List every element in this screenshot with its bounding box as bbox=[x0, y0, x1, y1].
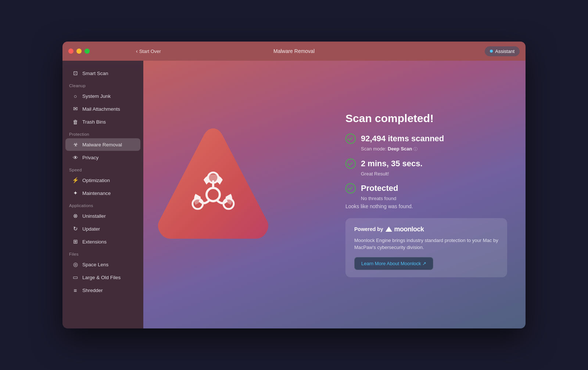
traffic-lights bbox=[68, 49, 90, 54]
moonlock-logo-icon bbox=[386, 227, 392, 232]
malware-icon: ☣ bbox=[72, 141, 79, 148]
sidebar-item-optimization[interactable]: ⚡ Optimization bbox=[65, 174, 140, 186]
smart-scan-label: Smart Scan bbox=[82, 71, 108, 76]
moonlock-logo-text: moonlock bbox=[394, 225, 424, 233]
svg-point-3 bbox=[223, 199, 234, 209]
sidebar-item-trash-bins[interactable]: 🗑 Trash Bins bbox=[65, 115, 140, 128]
main-content: ⊡ Smart Scan Cleanup ○ System Junk ✉ Mai… bbox=[62, 61, 526, 328]
assistant-area: Assistant bbox=[485, 46, 520, 56]
protected-row: Protected bbox=[345, 183, 507, 193]
trash-bins-label: Trash Bins bbox=[82, 119, 106, 125]
time-taken-text: 2 mins, 35 secs. bbox=[361, 159, 423, 168]
great-result-text: Great Result! bbox=[361, 171, 507, 177]
maintenance-icon: ✦ bbox=[72, 190, 79, 196]
trash-icon: 🗑 bbox=[72, 118, 79, 125]
scan-completed-title: Scan completed! bbox=[345, 112, 507, 125]
items-scanned-check-icon bbox=[345, 134, 356, 144]
sidebar-item-large-old-files[interactable]: ▭ Large & Old Files bbox=[65, 271, 140, 284]
close-button[interactable] bbox=[68, 49, 74, 54]
start-over-button[interactable]: ‹ Start Over bbox=[136, 48, 161, 54]
assistant-dot-icon bbox=[490, 50, 493, 53]
space-lens-label: Space Lens bbox=[82, 262, 108, 267]
no-threats-text: No threats found bbox=[361, 196, 507, 201]
start-over-label: Start Over bbox=[139, 49, 161, 54]
shredder-icon: ≡ bbox=[72, 287, 79, 293]
sidebar-item-smart-scan[interactable]: ⊡ Smart Scan bbox=[65, 67, 140, 79]
sidebar-item-mail-attachments[interactable]: ✉ Mail Attachments bbox=[65, 103, 140, 115]
system-junk-label: System Junk bbox=[82, 93, 111, 99]
sidebar-item-privacy[interactable]: 👁 Privacy bbox=[65, 151, 140, 164]
maximize-button[interactable] bbox=[85, 49, 90, 54]
extensions-label: Extensions bbox=[82, 239, 107, 245]
minimize-button[interactable] bbox=[76, 49, 82, 54]
biohazard-illustration bbox=[154, 117, 272, 272]
updater-label: Updater bbox=[82, 226, 100, 232]
scan-mode-text: Scan mode: Deep Scan ⓘ bbox=[361, 146, 507, 152]
items-scanned-row: 92,494 items scanned bbox=[345, 134, 507, 144]
shredder-label: Shredder bbox=[82, 288, 103, 293]
privacy-icon: 👁 bbox=[72, 154, 79, 161]
large-old-files-label: Large & Old Files bbox=[82, 275, 121, 280]
scan-mode-label: Scan mode: bbox=[361, 146, 386, 152]
svg-point-2 bbox=[193, 199, 203, 209]
title-bar: ‹ Start Over Malware Removal Assistant bbox=[62, 42, 526, 61]
info-icon: ⓘ bbox=[413, 147, 417, 151]
uninstaller-icon: ⊗ bbox=[72, 213, 79, 219]
extensions-icon: ⊞ bbox=[72, 238, 79, 245]
window-title: Malware Removal bbox=[273, 48, 315, 54]
sidebar-item-system-junk[interactable]: ○ System Junk bbox=[65, 90, 140, 102]
protection-section-label: Protection bbox=[62, 128, 143, 138]
optimization-icon: ⚡ bbox=[72, 177, 79, 184]
sidebar-item-uninstaller[interactable]: ⊗ Uninstaller bbox=[65, 210, 140, 222]
looks-like-text: Looks like nothing was found. bbox=[345, 203, 507, 209]
optimization-label: Optimization bbox=[82, 178, 110, 183]
items-scanned-text: 92,494 items scanned bbox=[361, 134, 444, 143]
sidebar-item-shredder[interactable]: ≡ Shredder bbox=[65, 284, 140, 296]
moonlock-description: Moonlock Engine brings industry standard… bbox=[354, 237, 498, 251]
space-lens-icon: ◎ bbox=[72, 261, 79, 268]
protected-check-icon bbox=[345, 183, 356, 193]
sidebar: ⊡ Smart Scan Cleanup ○ System Junk ✉ Mai… bbox=[62, 61, 143, 328]
maintenance-label: Maintenance bbox=[82, 191, 111, 196]
results-panel: Scan completed! 92,494 items scanned Sca… bbox=[334, 97, 526, 292]
back-chevron-icon: ‹ bbox=[136, 48, 138, 54]
mail-icon: ✉ bbox=[72, 106, 79, 112]
speed-section-label: Speed bbox=[62, 164, 143, 174]
files-section-label: Files bbox=[62, 248, 143, 258]
moonlock-powered-row: Powered by moonlock bbox=[354, 225, 498, 233]
mail-attachments-label: Mail Attachments bbox=[82, 106, 120, 112]
app-window: ‹ Start Over Malware Removal Assistant ⊡… bbox=[62, 42, 526, 328]
privacy-label: Privacy bbox=[82, 155, 98, 160]
sidebar-item-space-lens[interactable]: ◎ Space Lens bbox=[65, 258, 140, 271]
system-junk-icon: ○ bbox=[72, 93, 79, 99]
cleanup-section-label: Cleanup bbox=[62, 80, 143, 89]
learn-more-button[interactable]: Learn More About Moonlock ↗ bbox=[354, 257, 433, 270]
svg-marker-4 bbox=[386, 227, 392, 232]
time-check-icon bbox=[345, 159, 356, 169]
smart-scan-icon: ⊡ bbox=[72, 70, 79, 77]
sidebar-item-malware-removal[interactable]: ☣ Malware Removal bbox=[65, 138, 140, 151]
large-files-icon: ▭ bbox=[72, 274, 79, 281]
sidebar-item-updater[interactable]: ↻ Updater bbox=[65, 223, 140, 235]
uninstaller-label: Uninstaller bbox=[82, 213, 106, 219]
applications-section-label: Applications bbox=[62, 200, 143, 209]
svg-point-0 bbox=[207, 188, 220, 201]
assistant-button[interactable]: Assistant bbox=[485, 46, 520, 56]
sidebar-item-maintenance[interactable]: ✦ Maintenance bbox=[65, 187, 140, 199]
powered-by-label: Powered by bbox=[354, 226, 383, 232]
malware-removal-label: Malware Removal bbox=[82, 142, 122, 147]
time-taken-row: 2 mins, 35 secs. bbox=[345, 159, 507, 169]
moonlock-card: Powered by moonlock Moonlock Engine brin… bbox=[345, 218, 507, 277]
assistant-label: Assistant bbox=[495, 49, 514, 54]
protected-text: Protected bbox=[361, 184, 398, 193]
scan-mode-value: Deep Scan bbox=[388, 146, 412, 152]
updater-icon: ↻ bbox=[72, 225, 79, 232]
sidebar-item-extensions[interactable]: ⊞ Extensions bbox=[65, 235, 140, 248]
main-area: Scan completed! 92,494 items scanned Sca… bbox=[143, 61, 526, 328]
